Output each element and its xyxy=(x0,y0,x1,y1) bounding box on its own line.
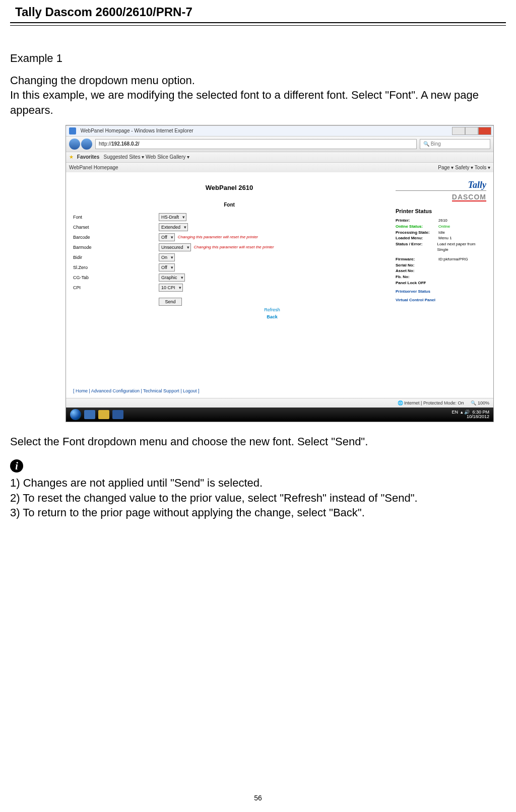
note-barcode: Changing this parameter will reset the p… xyxy=(178,235,258,240)
label-cgtab: CG-Tab xyxy=(73,275,159,281)
link-printserver-status[interactable]: Printserver Status xyxy=(396,289,486,295)
address-text: 192.168.0.2/ xyxy=(111,141,140,147)
status-k-1: Online Status: xyxy=(396,224,438,230)
browser-statusbar: 🌐 Internet | Protected Mode: On 🔍 100% xyxy=(66,398,493,408)
search-box[interactable]: 🔍 Bing xyxy=(420,139,490,149)
window-controls xyxy=(452,127,491,135)
after-screenshot-paragraph: Select the Font dropdown menu and choose… xyxy=(10,434,506,449)
dropdown-slzero[interactable]: Off xyxy=(159,263,175,272)
status-k-4: Status / Error: xyxy=(396,242,437,253)
logo-dascom: DASCOM xyxy=(452,193,486,201)
forward-nav-icon[interactable] xyxy=(81,139,92,150)
row-barcode: Barcode Off Changing this parameter will… xyxy=(73,233,385,241)
tray-date: 10/18/2012 xyxy=(467,414,489,419)
back-nav-icon[interactable] xyxy=(69,139,80,150)
brand-logo: Tally DASCOM xyxy=(396,180,486,201)
row-slzero: Sl.Zero Off xyxy=(73,263,385,272)
dropdown-bidir[interactable]: On xyxy=(159,253,175,261)
printer-status-title: Printer Status xyxy=(396,208,486,215)
dropdown-charset[interactable]: Extended xyxy=(159,223,188,231)
dropdown-barmode[interactable]: Unsecured xyxy=(159,243,191,251)
search-placeholder: Bing xyxy=(431,141,441,147)
favorites-links[interactable]: Suggested Sites ▾ Web Slice Gallery ▾ xyxy=(104,154,189,160)
status-v-5: ID:pkforma/PRG xyxy=(438,257,468,262)
row-cgtab: CG-Tab Graphic xyxy=(73,274,385,282)
taskbar-explorer-icon[interactable] xyxy=(98,410,109,419)
tray-time: 6:30 PM xyxy=(472,410,489,415)
taskbar-ie-icon[interactable] xyxy=(84,410,95,419)
label-slzero: Sl.Zero xyxy=(73,264,159,270)
label-barmode: Barmode xyxy=(73,244,159,250)
logo-tally: Tally xyxy=(468,180,486,190)
statusbar-zoom[interactable]: 🔍 100% xyxy=(471,400,489,406)
status-k-8: Fb. No: xyxy=(396,275,438,280)
intro-line-2: In this example, we are modifying the se… xyxy=(10,89,479,116)
status-k-2: Processing State: xyxy=(396,230,438,236)
info-icon: i xyxy=(10,459,23,472)
row-font: Font HS-Draft xyxy=(73,213,385,221)
tab-webpanel[interactable]: WebPanel Homepage xyxy=(69,164,118,171)
note-1: 1) Changes are not applied until "Send" … xyxy=(10,476,506,491)
status-k-3: Loaded Menu: xyxy=(396,236,438,241)
nav-buttons xyxy=(69,139,92,150)
refresh-link[interactable]: Refresh xyxy=(261,307,284,313)
favorites-label: Favorites xyxy=(77,154,99,160)
intro-paragraph: Changing the dropdown menu option. In th… xyxy=(10,73,506,118)
side-links: Printserver Status Virtual Control Panel xyxy=(396,289,486,303)
address-bar[interactable]: http://192.168.0.2/ xyxy=(95,139,417,149)
note-3: 3) To return to the prior page without a… xyxy=(10,505,506,520)
favorites-star-icon: ★ xyxy=(69,154,74,161)
label-font: Font xyxy=(73,214,159,220)
status-k-7: Asset No: xyxy=(396,268,438,274)
printer-status-list: Printer:2610 Online Status:Online Proces… xyxy=(396,218,486,286)
footer-nav-links[interactable]: [ Home | Advanced Configuration | Techni… xyxy=(66,384,493,398)
header-rule-thick xyxy=(10,22,506,23)
intro-line-1: Changing the dropdown menu option. xyxy=(10,74,195,87)
dropdown-barcode[interactable]: Off xyxy=(159,233,175,241)
status-v-1: Online xyxy=(438,224,450,230)
dropdown-font[interactable]: HS-Draft xyxy=(159,213,186,221)
dropdown-cpi[interactable]: 10 CPI xyxy=(159,284,183,292)
close-button[interactable] xyxy=(478,127,491,135)
send-button[interactable]: Send xyxy=(159,298,182,306)
taskbar-word-icon[interactable] xyxy=(112,410,123,419)
window-title-text: WebPanel Homepage - Windows Internet Exp… xyxy=(81,128,194,133)
favorites-bar: ★ Favorites Suggested Sites ▾ Web Slice … xyxy=(66,152,493,162)
form-buttons: Send Refresh Back xyxy=(159,298,385,320)
window-titlebar: WebPanel Homepage - Windows Internet Exp… xyxy=(66,125,493,136)
status-v-0: 2610 xyxy=(438,218,447,224)
minimize-button[interactable] xyxy=(452,127,465,135)
status-k-9: Panel Lock OFF xyxy=(396,281,438,286)
address-prefix: http:// xyxy=(99,141,111,147)
tab-bar: WebPanel Homepage Page ▾ Safety ▾ Tools … xyxy=(66,162,493,173)
page-body: WebPanel 2610 Font Font HS-Draft Charset… xyxy=(66,172,493,384)
maximize-button[interactable] xyxy=(465,127,478,135)
page-number: 56 xyxy=(0,794,516,802)
example-label: Example 1 xyxy=(10,51,506,66)
row-charset: Charset Extended xyxy=(73,223,385,231)
status-v-3: Menu 1 xyxy=(438,236,452,241)
start-orb-icon[interactable] xyxy=(70,409,81,420)
label-cpi: CPI xyxy=(73,285,159,291)
toolbar-right[interactable]: Page ▾ Safety ▾ Tools ▾ xyxy=(438,164,490,171)
search-icon: 🔍 xyxy=(423,141,431,147)
link-virtual-control-panel[interactable]: Virtual Control Panel xyxy=(396,298,486,303)
tray-lang[interactable]: EN xyxy=(452,410,458,415)
windows-taskbar: EN ▴ 🔊 6:30 PM 10/18/2012 xyxy=(66,408,493,422)
back-link[interactable]: Back xyxy=(261,314,284,320)
status-v-4: Load next paper from Single xyxy=(437,242,486,253)
doc-title: Tally Dascom 2600/2610/PRN-7 xyxy=(10,5,506,19)
status-k-0: Printer: xyxy=(396,218,438,224)
row-bidir: Bidir On xyxy=(73,253,385,261)
section-title: Font xyxy=(73,201,385,209)
status-k-6: Serial No: xyxy=(396,263,438,268)
dropdown-cgtab[interactable]: Graphic xyxy=(159,274,185,282)
note-barmode: Changing this parameter will reset the p… xyxy=(194,245,274,250)
label-charset: Charset xyxy=(73,224,159,230)
row-cpi: CPI 10 CPI xyxy=(73,284,385,292)
label-barcode: Barcode xyxy=(73,234,159,240)
note-2: 2) To reset the changed value to the pri… xyxy=(10,491,506,506)
browser-navbar: http://192.168.0.2/ 🔍 Bing xyxy=(66,136,493,152)
browser-screenshot: WebPanel Homepage - Windows Internet Exp… xyxy=(66,125,494,423)
row-barmode: Barmode Unsecured Changing this paramete… xyxy=(73,243,385,251)
